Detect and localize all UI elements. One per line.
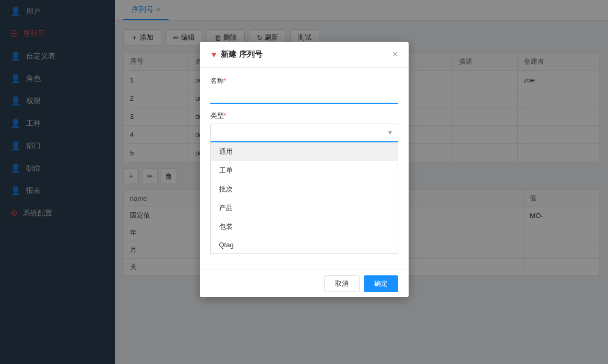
- name-input[interactable]: [210, 89, 398, 104]
- dropdown-item-baozhuang[interactable]: 包装: [211, 217, 398, 236]
- dropdown-item-chanpin[interactable]: 产品: [211, 199, 398, 217]
- cancel-button[interactable]: 取消: [324, 275, 360, 292]
- modal-close-button[interactable]: ×: [392, 49, 398, 60]
- type-select-wrapper[interactable]: ▼: [210, 124, 398, 141]
- dropdown-item-tongyong[interactable]: 通用: [211, 142, 398, 161]
- dropdown-scroll: 通用 工单 批次 产品 包装 Qtag: [211, 142, 398, 253]
- type-dropdown-list: 通用 工单 批次 产品 包装 Qtag: [210, 141, 398, 254]
- modal-overlay: ▼ 新建 序列号 × 名称* 类型* ▼: [0, 0, 608, 364]
- filter-icon: ▼: [210, 50, 218, 59]
- type-label: 类型*: [210, 111, 398, 120]
- type-required: *: [224, 112, 226, 119]
- name-required: *: [224, 77, 226, 84]
- name-field-group: 名称*: [210, 76, 398, 104]
- dropdown-item-qtag[interactable]: Qtag: [211, 236, 398, 253]
- name-label: 名称*: [210, 76, 398, 86]
- confirm-button[interactable]: 确定: [364, 275, 398, 292]
- modal-footer: 取消 确定: [200, 270, 409, 297]
- type-select-display[interactable]: [211, 124, 398, 141]
- type-field-group: 类型* ▼ 通用 工单 批次 产品 包装 Qtag: [210, 111, 398, 254]
- modal-body: 名称* 类型* ▼ 通用 工单 批次: [200, 68, 409, 270]
- modal-header: ▼ 新建 序列号 ×: [200, 42, 409, 68]
- modal-title: ▼ 新建 序列号: [210, 50, 263, 59]
- dropdown-item-pici[interactable]: 批次: [211, 180, 398, 199]
- create-serial-modal: ▼ 新建 序列号 × 名称* 类型* ▼: [200, 42, 409, 297]
- chevron-down-icon: ▼: [387, 129, 394, 136]
- dropdown-item-gongdan[interactable]: 工单: [211, 161, 398, 180]
